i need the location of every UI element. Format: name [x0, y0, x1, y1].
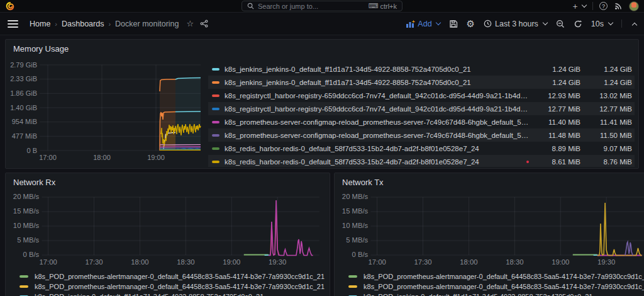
y-tick: 10 MB/s — [342, 222, 369, 230]
series-name[interactable]: k8s_redis_harbor-redis-0_default_58f7d53… — [225, 158, 520, 166]
help-icon[interactable]: ? — [599, 2, 608, 10]
series-color-chip — [212, 81, 219, 84]
y-tick: 0 B/s — [23, 251, 40, 259]
keyboard-icon: ⌨ — [369, 2, 379, 10]
series-current-value: 9.07 MiB — [580, 145, 632, 152]
network-rx-chart[interactable]: 20 MB/s 15 MB/s 10 MB/s 5 MB/s 0 B/s 17:… — [9, 190, 325, 268]
memory-legend-table: k8s_jenkins_jenkins-0_default_ff1d1a71-3… — [208, 59, 635, 167]
series-name[interactable]: k8s_jenkins_jenkins-0_default_ff1d1a71-3… — [225, 79, 529, 86]
kiosk-caret-up-icon[interactable] — [632, 22, 637, 27]
series-color-chip — [19, 285, 28, 288]
legend-row[interactable]: k8s_prometheus-server-configmap-reload_p… — [208, 115, 635, 128]
clock-icon — [484, 20, 492, 28]
series-name[interactable]: k8s_POD_prometheus-alertmanager-0_defaul… — [35, 283, 325, 290]
x-tick: 17:30 — [85, 258, 103, 266]
y-tick: 954 MiB — [12, 118, 37, 125]
add-chart-icon: + — [406, 20, 415, 28]
x-tick: 19:30 — [269, 258, 286, 266]
panel-title[interactable]: Network Tx — [342, 178, 384, 187]
legend-row[interactable]: k8s_jenkins_jenkins-0_default_ff1d1a71-3… — [208, 62, 635, 76]
series-avg-value: 11.40 MiB — [529, 118, 580, 126]
search-input[interactable]: Search or jump to... ⌨ ctrl+k — [242, 1, 402, 11]
settings-gear-icon[interactable]: ⚙ — [467, 18, 475, 30]
y-tick: 20 MB/s — [342, 193, 369, 201]
favorite-star-icon[interactable]: ☆ — [187, 19, 194, 28]
series-name[interactable]: k8s_POD_prometheus-alertmanager-0_defaul… — [364, 273, 644, 280]
user-avatar[interactable] — [629, 1, 639, 11]
refresh-interval-picker[interactable]: 10s — [591, 20, 613, 28]
series-current-value: 8.76 MiB — [580, 158, 632, 166]
panel-title[interactable]: Network Rx — [13, 178, 55, 187]
series-name[interactable]: k8s_POD_prometheus-alertmanager-0_defaul… — [364, 283, 644, 290]
divider — [621, 20, 622, 28]
memory-usage-chart[interactable]: 2.79 GiB 2.33 GiB 1.86 GiB 1.40 GiB 954 … — [8, 59, 204, 167]
series-current-value: 13.02 MiB — [580, 92, 632, 100]
x-tick: 18:30 — [177, 258, 194, 266]
series-name[interactable]: k8s_POD_jenkins-0_default_ff1d1a71-34d5-… — [364, 293, 592, 296]
legend-row[interactable]: k8s_redis_harbor-redis-0_default_58f7d53… — [208, 155, 635, 167]
legend-row[interactable]: k8s_registryctl_harbor-registry-659ddcc6… — [208, 102, 635, 115]
series-current-value: 11.50 MiB — [580, 132, 632, 139]
search-icon — [247, 3, 254, 9]
menu-toggle-icon[interactable] — [8, 20, 18, 28]
legend-row[interactable]: k8s_POD_jenkins-0_default_ff1d1a71-34d5-… — [9, 292, 325, 296]
series-color-chip — [212, 121, 219, 123]
series-color-chip — [19, 275, 28, 278]
refresh-icon[interactable] — [574, 20, 582, 28]
x-tick: 19:00 — [552, 258, 569, 266]
y-tick: 20 MB/s — [13, 193, 40, 201]
y-tick: 5 MB/s — [346, 237, 369, 244]
series-current-value: 11.41 MiB — [580, 118, 632, 126]
breadcrumb-dashboards[interactable]: Dashboards — [62, 20, 104, 28]
legend-row[interactable]: k8s_registryctl_harbor-registry-659ddcc6… — [208, 89, 635, 102]
legend-row[interactable]: k8s_POD_prometheus-alertmanager-0_defaul… — [9, 282, 325, 292]
save-icon[interactable] — [449, 20, 458, 28]
series-color-chip — [212, 161, 219, 163]
time-range-picker[interactable]: Last 3 hours — [484, 20, 547, 28]
y-tick: 5 MB/s — [17, 237, 40, 244]
breadcrumb-home[interactable]: Home — [30, 20, 50, 28]
x-tick: 18:00 — [460, 258, 477, 266]
news-rss-icon[interactable] — [614, 2, 623, 11]
y-tick: 15 MB/s — [13, 208, 40, 215]
series-avg-value: 12.93 MiB — [529, 92, 580, 100]
series-name[interactable]: k8s_registryctl_harbor-registry-659ddcc6… — [225, 105, 529, 113]
panel-title[interactable]: Memory Usage — [13, 44, 69, 54]
panel-memory-usage: Memory Usage 2.79 GiB 2.33 GiB 1.86 GiB … — [5, 39, 639, 169]
series-name[interactable]: k8s_prometheus-server-configmap-reload_p… — [225, 118, 529, 126]
zoom-out-icon[interactable] — [556, 20, 565, 28]
add-panel-button[interactable]: + Add — [406, 20, 440, 28]
search-placeholder: Search or jump to... — [258, 3, 318, 10]
legend-row[interactable]: k8s_POD_prometheus-alertmanager-0_defaul… — [338, 271, 644, 282]
new-menu-button[interactable]: ＋ — [571, 2, 586, 10]
network-tx-chart[interactable]: 20 MB/s 15 MB/s 10 MB/s 5 MB/s 0 B/s 17:… — [338, 190, 644, 268]
series-name[interactable]: k8s_registryctl_harbor-registry-659ddcc6… — [225, 92, 529, 100]
dashboard-grid: Memory Usage 2.79 GiB 2.33 GiB 1.86 GiB … — [0, 35, 644, 296]
panel-network-tx: Network Tx 20 MB/s 15 MB/s 10 MB/s 5 MB/… — [334, 173, 644, 296]
legend-row[interactable]: k8s_POD_jenkins-0_default_ff1d1a71-34d5-… — [338, 292, 644, 296]
share-icon[interactable] — [200, 20, 208, 28]
grid-lines — [370, 197, 644, 255]
legend-row[interactable]: k8s_redis_harbor-redis-0_default_58f7d53… — [208, 142, 635, 155]
grafana-logo[interactable] — [5, 1, 15, 11]
y-tick: 0 B — [26, 147, 37, 154]
legend-row[interactable]: k8s_POD_prometheus-alertmanager-0_defaul… — [9, 271, 325, 282]
series-color-chip — [212, 94, 219, 97]
tx-series-purple — [625, 242, 633, 256]
legend-row[interactable]: k8s_POD_prometheus-alertmanager-0_defaul… — [338, 282, 644, 292]
series-name[interactable]: k8s_POD_prometheus-alertmanager-0_defaul… — [35, 273, 325, 280]
memory-series-magenta — [160, 147, 201, 147]
time-range-label: Last 3 hours — [495, 20, 538, 28]
x-tick: 17:00 — [369, 258, 386, 266]
rx-legend: k8s_POD_prometheus-alertmanager-0_defaul… — [9, 271, 325, 296]
legend-row[interactable]: k8s_jenkins_jenkins-0_default_ff1d1a71-3… — [208, 76, 635, 89]
series-color-chip — [212, 147, 219, 150]
series-name[interactable]: k8s_prometheus-server-configmap-reload_p… — [225, 132, 529, 139]
series-name[interactable]: k8s_redis_harbor-redis-0_default_58f7d53… — [225, 145, 529, 152]
y-tick: 2.79 GiB — [10, 61, 37, 69]
series-name[interactable]: k8s_jenkins_jenkins-0_default_ff1d1a71-3… — [225, 65, 529, 73]
series-name[interactable]: k8s_POD_jenkins-0_default_ff1d1a71-34d5-… — [35, 293, 264, 296]
legend-row[interactable]: k8s_prometheus-server-configmap-reload_p… — [208, 128, 635, 142]
memory-series-cyan-mid — [175, 111, 201, 112]
y-tick: 2.33 GiB — [10, 75, 37, 83]
